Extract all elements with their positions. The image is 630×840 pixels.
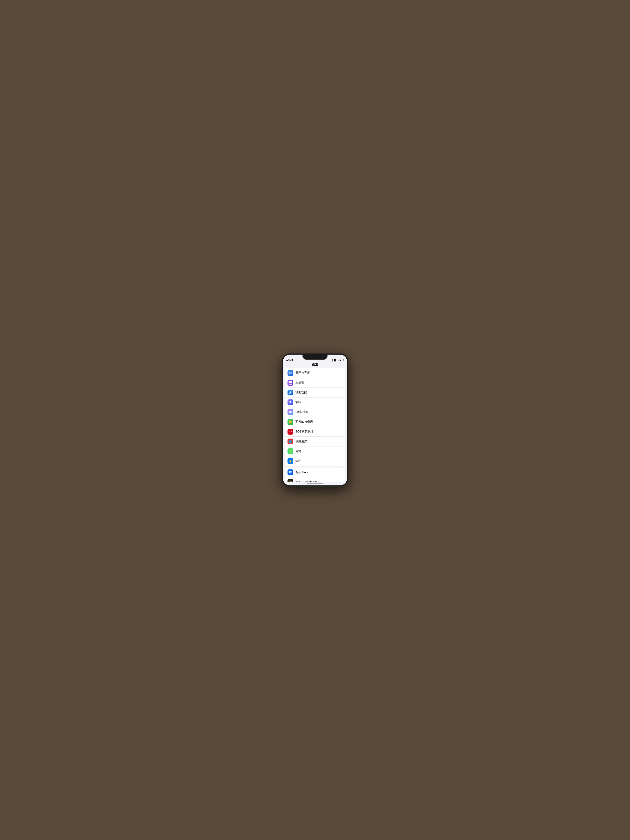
- siri-icon: [287, 409, 293, 415]
- home-indicator: [283, 482, 347, 485]
- accessibility-icon: ♿: [287, 390, 293, 395]
- settings-group-apps: Ⓐ App Store › 💳 钱包与 Apple Pay ›: [285, 467, 345, 482]
- chevron-icon: ›: [342, 411, 343, 414]
- phone-device: 14:35 ▌▌▌ ▾ 设置 AA 显示与亮度 ›: [282, 353, 348, 487]
- settings-list: AA 显示与亮度 › 主屏幕 ›: [283, 368, 347, 482]
- battery-label: 电池: [295, 449, 342, 453]
- chevron-icon: ›: [342, 391, 343, 394]
- faceid-label: 面容ID与密码: [295, 420, 342, 424]
- battery-icon: 🔋: [287, 448, 293, 454]
- chevron-icon: ›: [342, 401, 343, 404]
- row-privacy[interactable]: ✋ 隐私 ›: [285, 456, 345, 466]
- wifi-icon: ▾: [338, 359, 339, 361]
- chevron-icon: ›: [342, 371, 343, 374]
- row-display[interactable]: AA 显示与亮度 ›: [285, 368, 345, 378]
- chevron-icon: ›: [342, 440, 343, 443]
- faceid-icon: 😊: [287, 419, 293, 425]
- chevron-icon: ›: [342, 471, 343, 474]
- appstore-label: App Store: [295, 471, 342, 474]
- display-label: 显示与亮度: [295, 371, 342, 375]
- notch: [303, 355, 327, 360]
- display-icon: AA: [287, 370, 293, 376]
- row-accessibility[interactable]: ♿ 辅助功能 ›: [285, 388, 345, 398]
- row-battery[interactable]: 🔋 电池 ›: [285, 447, 345, 456]
- row-siri[interactable]: Siri与搜索 ›: [285, 407, 345, 417]
- row-sos[interactable]: SOS SOS紧急联络 ›: [285, 427, 345, 437]
- phone-screen: 14:35 ▌▌▌ ▾ 设置 AA 显示与亮度 ›: [283, 355, 347, 485]
- wallpaper-label: 墙纸: [295, 400, 342, 404]
- signal-icon: ▌▌▌: [333, 359, 337, 361]
- status-time: 14:35: [286, 358, 293, 361]
- siri-label: Siri与搜索: [295, 410, 342, 414]
- row-home-screen[interactable]: 主屏幕 ›: [285, 378, 345, 388]
- status-icons: ▌▌▌ ▾: [333, 359, 344, 361]
- sos-icon: SOS: [287, 429, 293, 434]
- exposure-icon: 🌐: [287, 439, 293, 444]
- accessibility-label: 辅助功能: [295, 391, 342, 395]
- wallet-label: 钱包与 Apple Pay: [295, 480, 342, 482]
- wallet-icon: 💳: [287, 479, 293, 482]
- home-screen-label: 主屏幕: [295, 381, 342, 385]
- privacy-icon: ✋: [287, 458, 293, 464]
- home-bar: [307, 483, 323, 484]
- row-wallpaper[interactable]: ❋ 墙纸 ›: [285, 398, 345, 407]
- exposure-label: 暴露通知: [295, 440, 342, 443]
- row-faceid[interactable]: 😊 面容ID与密码 ›: [285, 417, 345, 427]
- chevron-icon: ›: [342, 381, 343, 384]
- home-screen-icon: [287, 380, 293, 385]
- chevron-icon: ›: [342, 481, 343, 482]
- battery-status-icon: [339, 359, 344, 361]
- row-exposure[interactable]: 🌐 暴露通知 ›: [285, 437, 345, 447]
- sos-label: SOS紧急联络: [295, 430, 342, 434]
- wallpaper-icon: ❋: [287, 399, 293, 405]
- chevron-icon: ›: [342, 420, 343, 423]
- settings-group-display: AA 显示与亮度 › 主屏幕 ›: [285, 368, 345, 466]
- chevron-icon: ›: [342, 459, 343, 463]
- page-title: 设置: [283, 362, 347, 368]
- privacy-label: 隐私: [295, 459, 342, 463]
- chevron-icon: ›: [342, 450, 343, 453]
- chevron-icon: ›: [342, 430, 343, 433]
- appstore-icon: Ⓐ: [287, 469, 293, 475]
- row-appstore[interactable]: Ⓐ App Store ›: [285, 467, 345, 477]
- row-wallet[interactable]: 💳 钱包与 Apple Pay ›: [285, 477, 345, 482]
